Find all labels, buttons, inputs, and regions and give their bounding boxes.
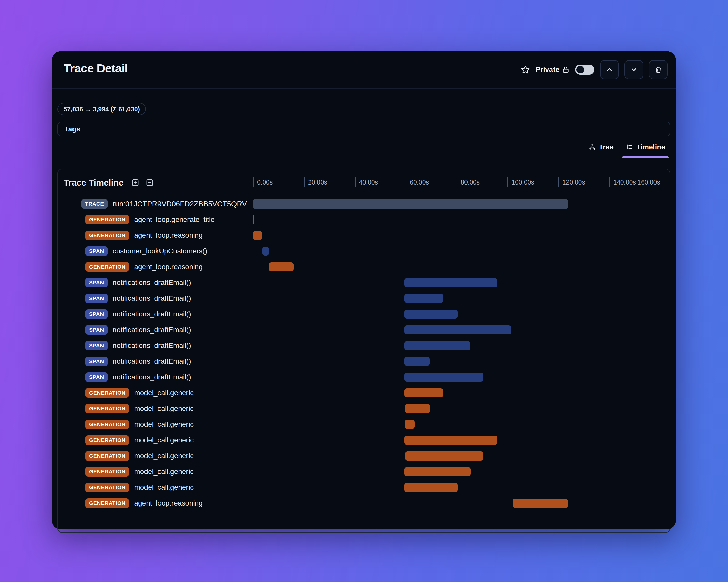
generation-duration-bar[interactable] (269, 262, 293, 271)
observation-name: model_call.generic (134, 405, 193, 413)
generation-type-badge: GENERATION (85, 482, 129, 492)
nav-up-button[interactable] (600, 60, 619, 79)
timeline-row[interactable]: SPANnotifications_draftEmail() (58, 369, 670, 385)
observation-name: model_call.generic (134, 436, 193, 444)
star-icon[interactable] (520, 65, 530, 75)
collapse-toggle[interactable]: − (67, 199, 76, 208)
span-duration-bar[interactable] (405, 341, 470, 350)
axis-tick-label: 60.00s (410, 177, 429, 187)
trace-type-badge: TRACE (81, 199, 108, 209)
observation-name: model_call.generic (134, 389, 193, 397)
timeline-row[interactable]: GENERATIONagent_loop.reasoning (58, 227, 670, 243)
observation-name: model_call.generic (134, 483, 193, 492)
generation-duration-bar[interactable] (253, 231, 262, 240)
timeline-row[interactable]: −TRACErun:01JCTPR9VD06FD2ZBB5VCT5QRV (58, 196, 670, 212)
timeline-row[interactable]: GENERATIONmodel_call.generic (58, 448, 670, 464)
tab-tree[interactable]: Tree (583, 137, 619, 158)
observation-name: notifications_draftEmail() (113, 341, 191, 350)
generation-duration-bar[interactable] (405, 467, 471, 476)
span-duration-bar[interactable] (262, 247, 269, 256)
chevron-up-icon (606, 66, 613, 74)
axis-tick (558, 177, 559, 187)
timeline-rows: −TRACErun:01JCTPR9VD06FD2ZBB5VCT5QRVGENE… (58, 196, 670, 511)
axis-tick-label: 0.00s (257, 177, 273, 187)
timeline-row[interactable]: SPANnotifications_draftEmail() (58, 354, 670, 369)
tab-timeline-label: Timeline (636, 143, 665, 151)
generation-type-badge: GENERATION (85, 404, 129, 414)
tab-timeline[interactable]: Timeline (621, 137, 670, 158)
observation-name: notifications_draftEmail() (113, 357, 191, 365)
generation-duration-bar[interactable] (405, 436, 497, 445)
observation-name: model_call.generic (134, 452, 193, 460)
axis-tick (253, 177, 254, 187)
privacy-status: Private (536, 65, 570, 74)
header-divider (52, 88, 676, 89)
timeline-row[interactable]: GENERATIONagent_loop.reasoning (58, 495, 670, 511)
timeline-row[interactable]: GENERATIONmodel_call.generic (58, 432, 670, 448)
observation-name: notifications_draftEmail() (113, 373, 191, 381)
timeline-row[interactable]: SPANnotifications_draftEmail() (58, 306, 670, 322)
timeline-row[interactable]: GENERATIONmodel_call.generic (58, 479, 670, 495)
span-duration-bar[interactable] (405, 309, 458, 319)
trace-duration-bar[interactable] (253, 199, 568, 209)
generation-duration-bar[interactable] (513, 499, 568, 508)
delete-button[interactable] (649, 60, 668, 79)
span-type-badge: SPAN (85, 309, 108, 319)
span-duration-bar[interactable] (405, 372, 483, 382)
generation-duration-bar[interactable] (253, 215, 254, 224)
span-duration-bar[interactable] (405, 325, 511, 334)
generation-type-badge: GENERATION (85, 215, 129, 224)
span-duration-bar[interactable] (405, 278, 497, 287)
span-type-badge: SPAN (85, 246, 108, 256)
generation-duration-bar[interactable] (405, 420, 415, 429)
public-toggle[interactable] (575, 64, 595, 75)
generation-type-badge: GENERATION (85, 498, 129, 508)
panel-title: Trace Timeline (63, 178, 124, 188)
toggle-knob (576, 66, 584, 74)
axis-tick (508, 177, 508, 187)
axis-tick-label: 160.00s (638, 177, 660, 187)
expand-all-button[interactable] (131, 179, 139, 187)
generation-duration-bar[interactable] (405, 404, 430, 413)
generation-type-badge: GENERATION (85, 467, 129, 476)
timeline-row[interactable]: GENERATIONmodel_call.generic (58, 464, 670, 479)
observation-name: agent_loop.reasoning (134, 231, 203, 240)
axis-tick-label: 40.00s (359, 177, 378, 187)
observation-name: run:01JCTPR9VD06FD2ZBB5VCT5QRV (113, 200, 247, 208)
header-controls: Private (520, 60, 668, 79)
tags-label: Tags (64, 125, 80, 133)
generation-type-badge: GENERATION (85, 435, 129, 445)
timeline-row[interactable]: SPANcustomer_lookUpCustomers() (58, 243, 670, 259)
nav-down-button[interactable] (624, 60, 643, 79)
plus-square-icon (131, 179, 139, 187)
tags-input[interactable]: Tags (57, 122, 670, 137)
observation-name: notifications_draftEmail() (113, 279, 191, 287)
axis-tick-label: 140.00s (613, 177, 636, 187)
span-type-badge: SPAN (85, 372, 108, 382)
span-duration-bar[interactable] (405, 357, 430, 366)
span-duration-bar[interactable] (405, 294, 443, 303)
timeline-row[interactable]: SPANnotifications_draftEmail() (58, 290, 670, 306)
view-tab-bar: Tree Timeline (52, 137, 676, 158)
trace-timeline-panel: Trace Timeline 0.00s20.00s40.0 (57, 168, 670, 533)
span-type-badge: SPAN (85, 294, 108, 303)
axis-tick-label: 120.00s (563, 177, 585, 187)
timeline-row[interactable]: GENERATIONagent_loop.generate_title (58, 212, 670, 227)
generation-duration-bar[interactable] (405, 388, 443, 397)
minus-square-icon (146, 179, 154, 187)
timeline-row[interactable]: GENERATIONmodel_call.generic (58, 401, 670, 417)
axis-tick (609, 177, 610, 187)
timeline-row[interactable]: GENERATIONmodel_call.generic (58, 385, 670, 401)
generation-type-badge: GENERATION (85, 262, 129, 272)
generation-duration-bar[interactable] (405, 483, 458, 492)
axis-tick-label: 20.00s (308, 177, 327, 187)
window-header: Trace Detail Private (57, 51, 670, 88)
collapse-all-button[interactable] (146, 179, 154, 187)
timeline-row[interactable]: GENERATIONmodel_call.generic (58, 417, 670, 432)
generation-duration-bar[interactable] (405, 451, 483, 461)
timeline-row[interactable]: SPANnotifications_draftEmail() (58, 322, 670, 338)
timeline-row[interactable]: SPANnotifications_draftEmail() (58, 275, 670, 290)
observation-name: agent_loop.reasoning (134, 499, 203, 507)
timeline-row[interactable]: SPANnotifications_draftEmail() (58, 338, 670, 354)
timeline-row[interactable]: GENERATIONagent_loop.reasoning (58, 259, 670, 275)
